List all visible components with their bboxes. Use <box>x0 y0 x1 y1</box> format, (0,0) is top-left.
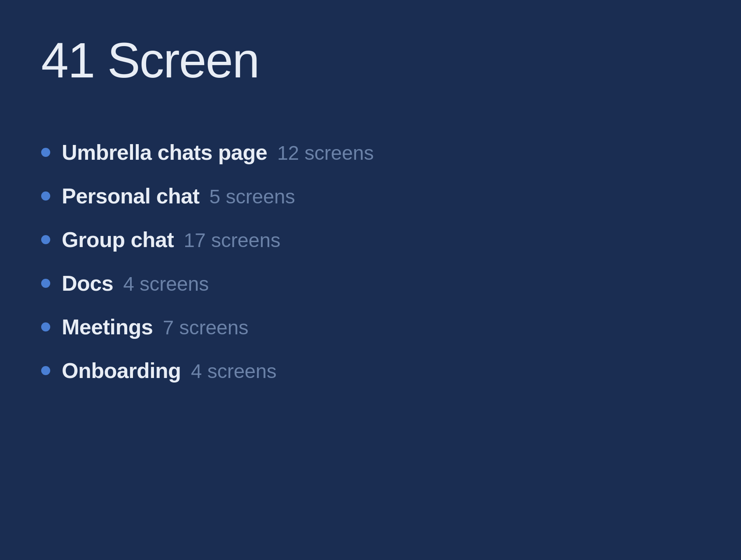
page-title: 41 Screen <box>41 33 700 87</box>
item-label-meetings: Meetings <box>62 315 153 339</box>
item-label-group-chat: Group chat <box>62 227 174 252</box>
item-content-personal-chat: Personal chat 5 screens <box>62 184 295 208</box>
list-item-umbrella-chats: Umbrella chats page 12 screens <box>41 133 700 172</box>
item-content-onboarding: Onboarding 4 screens <box>62 358 277 383</box>
item-label-docs: Docs <box>62 271 113 296</box>
item-content-meetings: Meetings 7 screens <box>62 315 248 339</box>
item-count-meetings: 7 screens <box>163 316 248 339</box>
item-count-onboarding: 4 screens <box>191 360 277 383</box>
list-item-docs: Docs 4 screens <box>41 264 700 303</box>
item-label-onboarding: Onboarding <box>62 358 181 383</box>
items-list: Umbrella chats page 12 screens Personal … <box>41 133 700 390</box>
bullet-icon-docs <box>41 279 50 288</box>
item-content-docs: Docs 4 screens <box>62 271 209 296</box>
item-count-personal-chat: 5 screens <box>210 185 295 208</box>
item-count-umbrella-chats: 12 screens <box>277 142 374 164</box>
list-item-group-chat: Group chat 17 screens <box>41 220 700 259</box>
item-content-umbrella-chats: Umbrella chats page 12 screens <box>62 140 374 165</box>
bullet-icon-meetings <box>41 322 50 331</box>
item-label-umbrella-chats: Umbrella chats page <box>62 140 267 165</box>
list-item-meetings: Meetings 7 screens <box>41 307 700 347</box>
item-label-personal-chat: Personal chat <box>62 184 200 208</box>
bullet-icon-onboarding <box>41 366 50 375</box>
bullet-icon-group-chat <box>41 235 50 244</box>
bullet-icon-umbrella-chats <box>41 148 50 157</box>
item-count-docs: 4 screens <box>123 273 209 295</box>
item-count-group-chat: 17 screens <box>184 229 280 252</box>
list-item-personal-chat: Personal chat 5 screens <box>41 176 700 216</box>
page-container: 41 Screen Umbrella chats page 12 screens… <box>0 0 741 560</box>
item-content-group-chat: Group chat 17 screens <box>62 227 280 252</box>
list-item-onboarding: Onboarding 4 screens <box>41 351 700 390</box>
bullet-icon-personal-chat <box>41 191 50 201</box>
